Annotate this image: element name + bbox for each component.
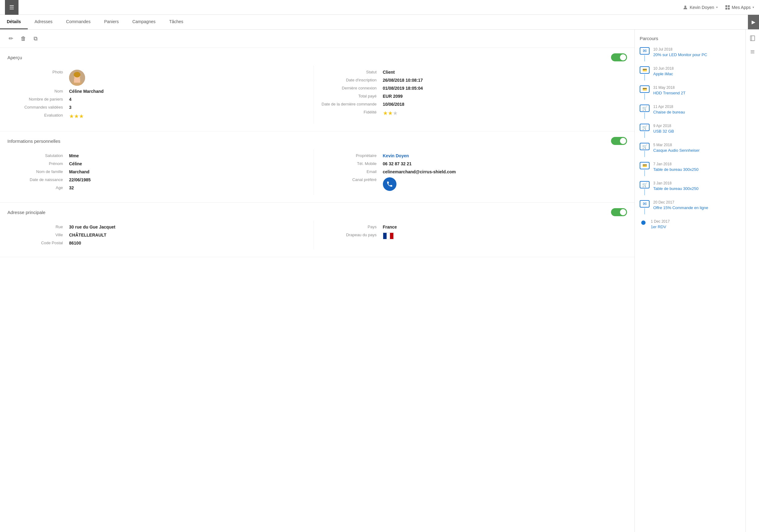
parcours-link[interactable]: HDD Trensend 2T [653, 91, 686, 95]
apercu-left: Photo No [7, 66, 313, 124]
statut-row: Statut Client [321, 68, 627, 76]
naissance-label: Date de naissance [7, 177, 69, 182]
tab-campagnes[interactable]: Campagnes [126, 15, 162, 29]
parcours-line: 🛒 [640, 104, 650, 119]
flag-blue [383, 233, 386, 239]
drapeau-row: Drapeau du pays [321, 231, 627, 241]
rue-value: 30 rue du Gue Jacquet [69, 225, 115, 229]
sidebar-icons [745, 30, 759, 532]
tel-value: 06 32 87 32 21 [383, 161, 412, 166]
paniers-value: 4 [69, 97, 71, 102]
copy-button[interactable]: ⧉ [32, 34, 39, 43]
commandes-label: Commandes validées [7, 105, 69, 109]
svg-point-10 [74, 72, 80, 77]
parcours-item: ✉ 20 Dec 2017 Offre 15% Commande en lign… [635, 198, 745, 217]
tel-label: Tél. Mobile [321, 161, 383, 166]
adresse-right: Pays France Drapeau du pays [313, 221, 627, 250]
parcours-item: 1 Dec 2017 1er RDV [635, 217, 745, 231]
parcours-info: 10 Jul 2018 20% sur LED Monitor pour PC [653, 47, 740, 61]
svg-rect-4 [728, 8, 730, 10]
tab-taches[interactable]: Tâches [162, 15, 190, 29]
tabbar: Détails Adresses Commandes Paniers Campa… [0, 15, 759, 30]
svg-rect-1 [725, 5, 727, 7]
naissance-value: 22/06/1985 [69, 177, 91, 182]
infos-perso-toggle[interactable] [611, 137, 627, 145]
edit-button[interactable]: ✏ [7, 34, 15, 43]
svg-rect-11 [750, 36, 755, 41]
tab-paniers[interactable]: Paniers [98, 15, 126, 29]
age-label: Age [7, 185, 69, 190]
parcours-link[interactable]: USB 32 GB [653, 129, 674, 134]
topbar-user[interactable]: Kevin Doyen ▾ [683, 5, 717, 10]
parcours-date: 9 Apr 2018 [653, 124, 740, 128]
hamburger-button[interactable]: ☰ [5, 0, 19, 15]
infos-perso-section: Informations personnelles Salutation Mme… [0, 131, 634, 203]
parcours-line: 🛒 [640, 124, 650, 138]
tab-arrow[interactable]: ▶ [748, 15, 759, 29]
date-commande-row: Date de la dernière commande 10/06/2018 [321, 100, 627, 108]
cart-icon: 🛒 [640, 104, 650, 112]
fidelite-stars: ★★★ [383, 110, 398, 117]
email-icon: ✉ [640, 200, 650, 208]
parcours-line: 💳 [640, 66, 650, 80]
parcours-item: 🛒 3 Jan 2018 Table de bureau 300x250 [635, 179, 745, 198]
derniere-connexion-row: Dernière connexion 01/08/2019 18:05:04 [321, 84, 627, 92]
parcours-item: 🛒 11 Apr 2018 Chaise de bureau [635, 102, 745, 121]
sidebar-book-button[interactable] [747, 33, 757, 43]
apercu-toggle[interactable] [611, 53, 627, 61]
apercu-title: Aperçu [7, 55, 22, 60]
email-row: Email celinemarchand@cirrus-shield.com [321, 168, 627, 176]
parcours-info: 11 Apr 2018 Chaise de bureau [653, 104, 740, 119]
nom-value: Céline Marchand [69, 89, 103, 94]
parcours-link[interactable]: Casque Audio Sennheiser [653, 148, 699, 153]
flag-france [383, 232, 394, 239]
parcours-item: 💳 31 May 2018 HDD Trensend 2T [635, 83, 745, 102]
parcours-connector [644, 170, 645, 176]
nom-famille-value: Marchand [69, 169, 89, 174]
pays-label: Pays [321, 225, 383, 229]
avatar-image [69, 70, 85, 86]
parcours-connector [644, 94, 645, 100]
sidebar-list-button[interactable] [747, 47, 757, 57]
parcours-connector [644, 132, 645, 138]
user-chevron-icon: ▾ [716, 6, 718, 9]
parcours-link[interactable]: Offre 15% Commande en ligne [653, 205, 708, 210]
card-icon: 💳 [640, 162, 650, 169]
tab-commandes[interactable]: Commandes [59, 15, 97, 29]
nom-famille-label: Nom de famille [7, 169, 69, 174]
grid-icon [725, 5, 730, 10]
tab-details[interactable]: Détails [0, 15, 28, 29]
pays-value: France [383, 225, 397, 229]
parcours-date: 10 Jul 2018 [653, 47, 740, 52]
apps-label: Mes Apps [732, 5, 751, 10]
flag-white [386, 233, 390, 239]
parcours-link[interactable]: Apple iMac [653, 71, 673, 76]
delete-button[interactable]: 🗑 [20, 34, 27, 43]
adresse-toggle[interactable] [611, 208, 627, 216]
parcours-link[interactable]: 1er RDV [651, 225, 666, 229]
tel-row: Tél. Mobile 06 32 87 32 21 [321, 160, 627, 168]
parcours-date: 10 Jun 2018 [653, 66, 740, 71]
rue-row: Rue 30 rue du Gue Jacquet [7, 223, 313, 231]
proprietaire-row: Propriétaire Kevin Doyen [321, 152, 627, 160]
parcours-link[interactable]: Table de bureau 300x250 [653, 167, 699, 172]
phone-svg [386, 181, 393, 187]
parcours-link[interactable]: Table de bureau 300x250 [653, 186, 699, 191]
list-icon [749, 49, 756, 55]
salutation-label: Salutation [7, 153, 69, 158]
derniere-connexion-label: Dernière connexion [321, 86, 383, 90]
adresse-left: Rue 30 rue du Gue Jacquet Ville CHÂTELLE… [7, 221, 313, 250]
tab-adresses[interactable]: Adresses [28, 15, 59, 29]
parcours-info: 5 Mar 2018 Casque Audio Sennheiser [653, 143, 740, 157]
total-paye-value: EUR 2099 [383, 94, 403, 99]
email-value: celinemarchand@cirrus-shield.com [383, 169, 456, 174]
parcours-connector [644, 208, 645, 214]
date-commande-value: 10/06/2018 [383, 102, 405, 107]
content-area: ✏ 🗑 ⧉ Aperçu Photo [0, 30, 634, 532]
cart-icon: 🛒 [640, 143, 650, 150]
parcours-link[interactable]: 20% sur LED Monitor pour PC [653, 53, 707, 57]
parcours-link[interactable]: Chaise de bureau [653, 110, 685, 114]
parcours-item: 🛒 5 Mar 2018 Casque Audio Sennheiser [635, 140, 745, 159]
parcours-line: 🛒 [640, 143, 650, 157]
topbar-apps[interactable]: Mes Apps ▾ [725, 5, 754, 10]
